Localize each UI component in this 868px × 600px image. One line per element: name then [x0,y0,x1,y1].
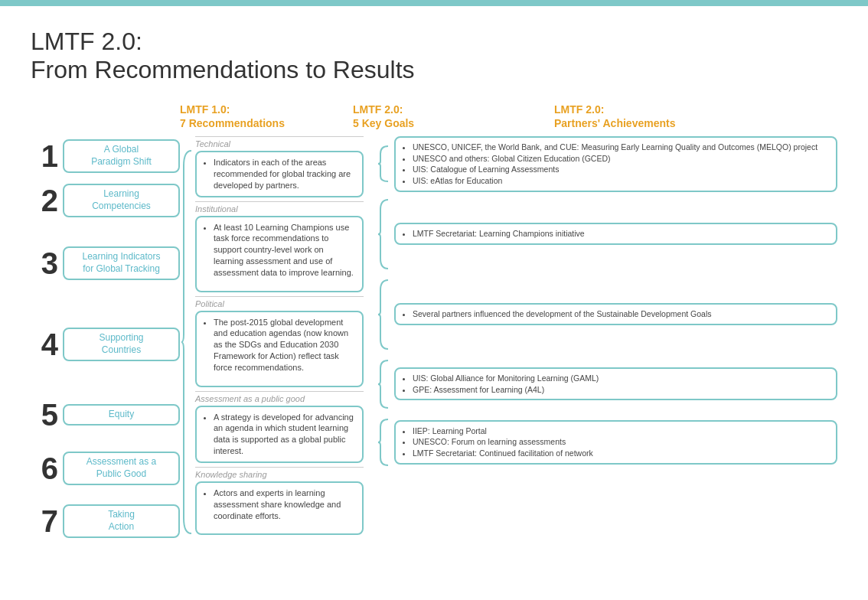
number-5: 5 [31,399,58,430]
brace-achievement-1 [367,144,391,184]
achievement-1-item-1: UNESCO, UNICEF, the World Bank, and CUE:… [413,142,829,153]
goal-political-item-1: The post-2015 global development and edu… [214,317,355,373]
number-3: 3 [31,248,58,279]
label-7: TakingAction [63,504,180,537]
col1-header-spacer [31,103,180,130]
brace-left-svg [180,143,195,541]
achievement-1-box: UNESCO, UNICEF, the World Bank, and CUE:… [394,136,837,192]
goal-political-list: The post-2015 global development and edu… [204,317,355,373]
achievement-5-item-2: UNESCO: Forum on learning assessments [413,436,829,448]
goal-knowledge-box: Actors and experts in learning assessmen… [195,481,364,535]
goals-col: Technical Indicators in each of the area… [195,136,364,539]
number-6: 6 [31,453,58,484]
label-4: SupportingCountries [63,328,180,360]
item-6: 6 Assessment as aPublic Good [31,447,180,490]
goal-assessment-list: A strategy is developed for advancing an… [204,412,355,457]
goal-political-box: The post-2015 global development and edu… [195,311,364,387]
label-1: A GlobalParadigm Shift [63,139,180,172]
goal-assessment: Assessment as a public good A strategy i… [195,391,364,463]
goal-knowledge-item-1: Actors and experts in learning assessmen… [214,488,355,522]
achievement-1-item-2: UNESCO and others: Global Citizen Educat… [413,153,829,165]
achievement-5-list: IIEP: Learning Portal UNESCO: Forum on l… [403,426,829,459]
brace-left [180,136,195,548]
achievement-4-list: UIS: Global Alliance for Monitoring Lear… [403,373,829,395]
goal-institutional-box: At least 10 Learning Champions use task … [195,216,364,292]
goal-assessment-title: Assessment as a public good [195,391,364,403]
brace-achievement-5 [367,416,391,469]
brace-achievement-2 [367,196,391,272]
achievement-1-item-3: UIS: Catalogue of Learning Assessments [413,164,829,175]
achievement-5-box: IIEP: Learning Portal UNESCO: Forum on l… [394,420,837,465]
main-title: LMTF 2.0: From Recommendations to Result… [31,28,837,84]
achievement-3-item-1: Several partners influenced the developm… [413,308,829,320]
achievement-2-list: LMTF Secretariat: Learning Champions ini… [403,228,829,240]
item-2: 2 LearningCompetencies [31,181,180,220]
label-5: Equity [63,404,180,426]
number-7: 7 [31,506,58,536]
goal-technical-box: Indicators in each of the areas recommen… [195,151,364,197]
col4-header: LMTF 2.0: Partners' Achievements [554,103,837,130]
achievements-col: UNESCO, UNICEF, the World Bank, and CUE:… [367,136,837,469]
goal-institutional: Institutional At least 10 Learning Champ… [195,201,364,292]
item-5: 5 Equity [31,387,180,442]
goal-knowledge-title: Knowledge sharing [195,467,364,479]
label-3: Learning Indicatorsfor Global Tracking [63,246,180,279]
numbered-items-col: 1 A GlobalParadigm Shift 2 LearningCompe… [31,136,180,548]
item-3: 3 Learning Indicatorsfor Global Tracking [31,225,180,302]
label-2: LearningCompetencies [63,184,180,217]
goal-technical-list: Indicators in each of the areas recommen… [204,157,355,191]
item-7: 7 TakingAction [31,494,180,548]
achievement-2-box: LMTF Secretariat: Learning Champions ini… [394,223,837,245]
goal-knowledge: Knowledge sharing Actors and experts in … [195,467,364,535]
goal-technical: Technical Indicators in each of the area… [195,136,364,197]
number-4: 4 [31,329,58,360]
goal-institutional-list: At least 10 Learning Champions use task … [204,222,355,279]
achievement-1: UNESCO, UNICEF, the World Bank, and CUE:… [367,136,837,192]
goal-institutional-title: Institutional [195,201,364,214]
top-bar [0,0,868,6]
goal-technical-item-1: Indicators in each of the areas recommen… [214,157,355,191]
goal-political-title: Political [195,296,364,308]
achievement-2-item-1: LMTF Secretariat: Learning Champions ini… [413,228,829,240]
achievement-2: LMTF Secretariat: Learning Champions ini… [367,196,837,272]
achievement-4: UIS: Global Alliance for Monitoring Lear… [367,357,837,412]
achievement-4-item-2: GPE: Assessment for Learning (A4L) [413,384,829,396]
goal-institutional-item-1: At least 10 Learning Champions use task … [214,222,355,279]
col2-header: LMTF 1.0: 7 Recommendations [180,103,350,130]
achievement-5: IIEP: Learning Portal UNESCO: Forum on l… [367,416,837,469]
achievement-4-item-1: UIS: Global Alliance for Monitoring Lear… [413,373,829,384]
number-1: 1 [31,141,58,171]
goal-political: Political The post-2015 global developme… [195,296,364,387]
achievement-4-box: UIS: Global Alliance for Monitoring Lear… [394,367,837,400]
brace-achievement-4 [367,357,391,412]
page-content: LMTF 2.0: From Recommendations to Result… [0,6,868,563]
achievement-5-item-1: IIEP: Learning Portal [413,426,829,437]
goal-knowledge-list: Actors and experts in learning assessmen… [204,488,355,522]
item-4: 4 SupportingCountries [31,306,180,383]
main-layout: 1 A GlobalParadigm Shift 2 LearningCompe… [31,136,837,548]
achievement-1-item-4: UIS: eAtlas for Education [413,175,829,187]
label-6: Assessment as aPublic Good [63,452,180,484]
achievement-3-list: Several partners influenced the developm… [403,308,829,320]
achievement-5-item-3: LMTF Secretariat: Continued facilitation… [413,448,829,459]
goal-assessment-box: A strategy is developed for advancing an… [195,406,364,463]
achievement-1-list: UNESCO, UNICEF, the World Bank, and CUE:… [403,142,829,187]
goal-assessment-item-1: A strategy is developed for advancing an… [214,412,355,457]
achievement-3-box: Several partners influenced the developm… [394,303,837,325]
number-2: 2 [31,185,58,216]
achievement-3: Several partners influenced the developm… [367,276,837,353]
goal-technical-title: Technical [195,136,364,148]
brace-achievement-3 [367,276,391,353]
col3-header: LMTF 2.0: 5 Key Goals [353,103,525,130]
item-1: 1 A GlobalParadigm Shift [31,136,180,176]
